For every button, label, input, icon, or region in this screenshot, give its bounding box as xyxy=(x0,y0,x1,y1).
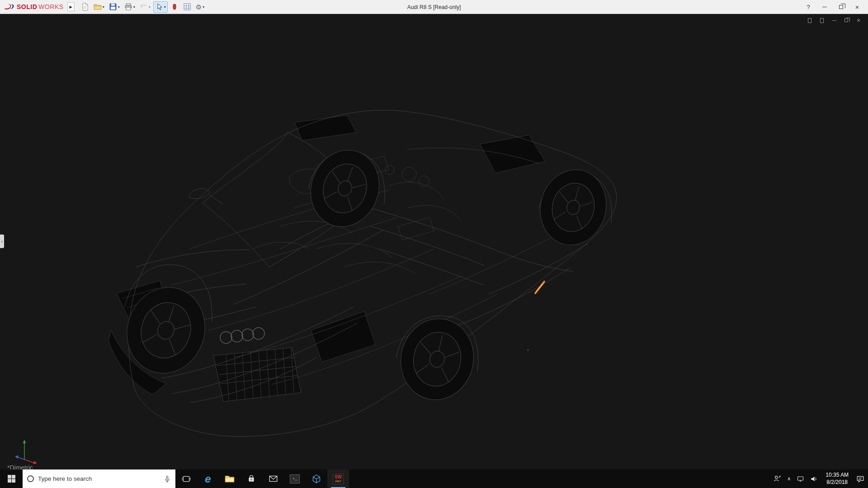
doc-close-button[interactable]: × xyxy=(855,17,862,23)
store-icon xyxy=(247,475,255,483)
titlebar: SOLIDWORKS ▶ ▾ xyxy=(0,0,868,14)
solidworks-taskbar-button[interactable]: SW 2017 xyxy=(327,469,349,488)
volume-icon xyxy=(810,475,818,483)
collapsed-panel-arrow[interactable]: ‹ xyxy=(0,235,4,248)
mail-button[interactable] xyxy=(262,469,284,488)
rebuild-button[interactable] xyxy=(169,1,180,13)
new-document-button[interactable] xyxy=(79,1,91,13)
quick-access-toolbar: ▾ ▾ ▾ xyxy=(79,1,207,13)
help-button[interactable]: ? xyxy=(805,3,812,10)
options-button[interactable]: ⚙ ▾ xyxy=(194,1,206,13)
wireframe-car-model xyxy=(0,14,868,469)
options-gear-icon: ⚙ xyxy=(196,4,202,10)
network-button[interactable] xyxy=(797,475,804,483)
solidworks-logo: SOLIDWORKS xyxy=(3,3,66,11)
save-dropdown-arrow[interactable]: ▾ xyxy=(118,5,120,9)
doc-minimize-button[interactable] xyxy=(831,17,837,23)
taskbar: e ›_ xyxy=(0,469,868,488)
flyout-arrow-icon: ▶ xyxy=(70,5,72,9)
restore-button[interactable] xyxy=(837,3,844,10)
print-button[interactable]: ▾ xyxy=(123,1,137,13)
search-input[interactable] xyxy=(38,475,160,482)
minimize-button[interactable] xyxy=(821,3,828,10)
hidden-icons-button[interactable]: ∧ xyxy=(787,476,791,482)
panel-arrow-icon: ‹ xyxy=(1,239,3,244)
doc-minimize-icon xyxy=(832,20,836,21)
task-view-icon xyxy=(182,475,191,483)
new-document-icon xyxy=(81,3,89,11)
file-explorer-icon xyxy=(225,475,235,483)
rebuild-icon xyxy=(170,3,179,11)
page-icon xyxy=(820,18,824,23)
window-controls: ? × xyxy=(805,3,865,10)
3d-cube-icon xyxy=(312,474,321,483)
menu-flyout-arrow[interactable]: ▶ xyxy=(67,2,75,11)
options-dropdown-arrow[interactable]: ▾ xyxy=(203,5,204,9)
save-icon xyxy=(109,3,117,11)
minimize-icon xyxy=(822,7,827,7)
people-icon xyxy=(774,475,781,483)
select-tool-button[interactable]: ▾ xyxy=(153,1,168,13)
file-properties-icon xyxy=(183,3,191,11)
3d-app-button[interactable] xyxy=(306,469,327,488)
doc-restore-button[interactable] xyxy=(843,17,849,23)
network-icon xyxy=(797,475,804,483)
ds-logo-icon xyxy=(4,3,15,11)
undo-dropdown-arrow[interactable]: ▾ xyxy=(149,5,151,9)
brand-text-works: WORKS xyxy=(38,3,63,10)
brand-text-solid: SOLID xyxy=(17,3,37,10)
document-window-controls: × xyxy=(807,17,862,23)
doc-restore-icon xyxy=(844,19,848,22)
print-icon xyxy=(124,3,132,11)
doc-window-icon-1[interactable] xyxy=(807,17,813,23)
volume-button[interactable] xyxy=(810,475,818,483)
action-center-button[interactable] xyxy=(856,475,864,483)
file-explorer-button[interactable] xyxy=(219,469,241,488)
system-tray: ∧ 10:35 AM 8/2/2018 xyxy=(770,469,868,488)
open-dropdown-arrow[interactable]: ▾ xyxy=(103,5,104,9)
open-document-button[interactable]: ▾ xyxy=(92,1,106,13)
action-center-icon xyxy=(856,475,864,483)
taskbar-clock[interactable]: 10:35 AM 8/2/2018 xyxy=(824,472,850,486)
cortana-icon xyxy=(27,475,34,482)
edge-icon: e xyxy=(205,474,211,484)
orientation-triad xyxy=(11,436,40,465)
open-folder-icon xyxy=(94,3,102,11)
view-orientation-label: *Dimetric xyxy=(7,464,33,469)
close-button[interactable]: × xyxy=(854,3,861,10)
print-dropdown-arrow[interactable]: ▾ xyxy=(133,5,135,9)
solidworks-app-icon: SW 2017 xyxy=(333,474,344,484)
store-button[interactable] xyxy=(241,469,262,488)
task-view-button[interactable] xyxy=(175,469,197,488)
graphics-viewport[interactable]: × xyxy=(0,14,868,469)
select-dropdown-arrow[interactable]: ▾ xyxy=(164,5,166,9)
doc-window-icon-2[interactable] xyxy=(819,17,825,23)
save-button[interactable]: ▾ xyxy=(107,1,122,13)
restore-icon xyxy=(839,5,843,9)
edge-button[interactable]: e xyxy=(197,469,219,488)
windows-logo-icon xyxy=(8,475,15,483)
select-cursor-icon xyxy=(155,3,163,11)
page-icon xyxy=(808,18,811,23)
undo-button[interactable]: ▾ xyxy=(138,1,152,13)
command-prompt-icon: ›_ xyxy=(290,474,300,483)
window-title: Audi R8 S [Read-only] xyxy=(407,0,461,14)
command-prompt-button[interactable]: ›_ xyxy=(284,469,306,488)
mail-icon xyxy=(269,475,278,482)
microphone-icon[interactable] xyxy=(164,475,171,483)
solidworks-window: SOLIDWORKS ▶ ▾ xyxy=(0,0,868,488)
undo-icon xyxy=(140,3,148,11)
people-button[interactable] xyxy=(774,475,781,483)
clock-date: 8/2/2018 xyxy=(826,479,849,486)
clock-time: 10:35 AM xyxy=(826,472,849,479)
start-button[interactable] xyxy=(0,469,23,488)
audi-rings xyxy=(220,328,264,343)
file-properties-button[interactable] xyxy=(181,1,193,13)
taskbar-search[interactable] xyxy=(23,469,175,488)
